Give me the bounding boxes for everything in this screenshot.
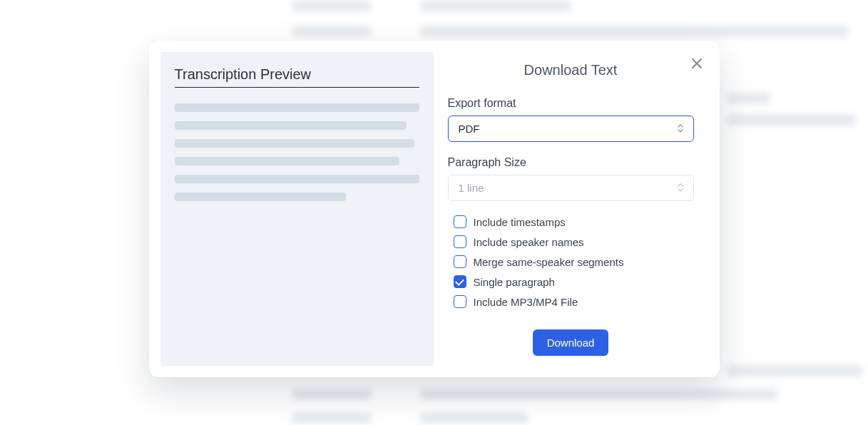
checkbox-single-paragraph[interactable] — [454, 275, 466, 288]
checkbox-label: Include MP3/MP4 File — [474, 296, 578, 308]
checkbox-label: Include speaker names — [474, 236, 584, 248]
export-format-select[interactable]: PDF — [448, 116, 694, 142]
checkbox-label: Include timestamps — [474, 216, 566, 228]
paragraph-size-label: Paragraph Size — [448, 156, 694, 169]
close-icon — [692, 58, 702, 68]
skeleton-line — [175, 139, 414, 148]
checkbox-row-speaker-names: Include speaker names — [454, 235, 694, 248]
download-modal: Transcription Preview Download Text Expo… — [149, 41, 720, 377]
modal-title: Download Text — [448, 62, 694, 78]
skeleton-line — [175, 157, 400, 165]
checkbox-speaker-names[interactable] — [454, 235, 466, 248]
download-button[interactable]: Download — [533, 329, 609, 356]
checkbox-merge-segments[interactable] — [454, 255, 466, 268]
checkbox-row-single-paragraph: Single paragraph — [454, 275, 694, 288]
checkbox-label: Merge same-speaker segments — [474, 256, 624, 268]
checkbox-row-include-media: Include MP3/MP4 File — [454, 295, 694, 308]
preview-title: Transcription Preview — [175, 66, 419, 88]
export-format-select-wrapper: PDF — [448, 116, 694, 142]
paragraph-size-select[interactable]: 1 line — [448, 175, 694, 201]
checkbox-row-timestamps: Include timestamps — [454, 215, 694, 228]
paragraph-size-select-wrapper: 1 line — [448, 175, 694, 201]
options-checkbox-group: Include timestamps Include speaker names… — [448, 215, 694, 308]
checkbox-row-merge-segments: Merge same-speaker segments — [454, 255, 694, 268]
checkbox-include-media[interactable] — [454, 295, 466, 308]
skeleton-line — [175, 121, 407, 130]
skeleton-line — [175, 175, 419, 183]
checkbox-label: Single paragraph — [474, 276, 555, 288]
checkbox-timestamps[interactable] — [454, 215, 466, 228]
modal-overlay: Transcription Preview Download Text Expo… — [0, 0, 868, 425]
skeleton-line — [175, 103, 419, 112]
close-button[interactable] — [690, 56, 704, 71]
transcription-preview-panel: Transcription Preview — [160, 52, 434, 366]
download-options-panel: Download Text Export format PDF Paragrap… — [434, 41, 720, 377]
export-format-label: Export format — [448, 97, 694, 110]
skeleton-line — [175, 193, 346, 201]
